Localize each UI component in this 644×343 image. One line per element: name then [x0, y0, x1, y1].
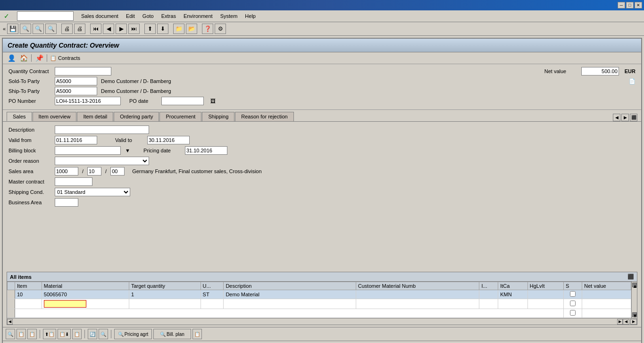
- material-input[interactable]: [44, 300, 86, 308]
- sold-to-detail-icon[interactable]: 📄: [629, 78, 636, 84]
- menu-item-edit[interactable]: Edit: [126, 13, 135, 19]
- scroll-up-btn[interactable]: ▲: [632, 283, 637, 287]
- bt-extra[interactable]: 📋: [192, 329, 202, 339]
- valid-to-input[interactable]: [147, 136, 190, 144]
- bt-nav1[interactable]: ⬆📋: [43, 329, 56, 339]
- find-button[interactable]: 🔍: [20, 24, 31, 34]
- master-contract-input[interactable]: [55, 177, 92, 186]
- menu-item-extras[interactable]: Extras: [161, 13, 176, 19]
- tab-reason-rejection[interactable]: Reason for rejection: [235, 112, 293, 121]
- nav-down-button[interactable]: ⬇: [157, 24, 168, 34]
- cell-net-value[interactable]: [582, 290, 631, 299]
- order-reason-select[interactable]: [55, 157, 149, 165]
- cell-description[interactable]: Demo Material: [224, 290, 356, 299]
- tab-nav-right[interactable]: ▶: [621, 114, 629, 121]
- cell-nv-empty[interactable]: [582, 299, 631, 309]
- sales-area-3-input[interactable]: [110, 167, 125, 176]
- help-button[interactable]: ❓: [202, 24, 213, 34]
- menu-item-system[interactable]: System: [220, 13, 238, 19]
- calendar-icon[interactable]: 🖼: [210, 98, 216, 104]
- tab-sales[interactable]: Sales: [7, 112, 32, 121]
- bt-nav2[interactable]: 📋⬇: [58, 329, 71, 339]
- bt-refresh[interactable]: 🔄: [88, 329, 97, 339]
- cell-hglvit[interactable]: [527, 290, 563, 299]
- print-button[interactable]: 🖨: [61, 24, 73, 34]
- sold-to-input[interactable]: [55, 77, 97, 85]
- tab-shipping[interactable]: Shipping: [202, 112, 234, 121]
- table-nav-right[interactable]: ▶: [630, 319, 637, 325]
- bt-search1[interactable]: 🔍: [6, 329, 15, 339]
- shipping-cond-select[interactable]: 01 Standard: [55, 188, 130, 196]
- cell-s-empty[interactable]: [563, 299, 582, 309]
- find-next-button[interactable]: 🔍: [33, 24, 44, 34]
- tab-nav-left[interactable]: ◀: [613, 114, 620, 121]
- minimize-button[interactable]: ─: [618, 2, 625, 8]
- bt-search3[interactable]: 📋: [27, 329, 37, 339]
- s-checkbox-3[interactable]: [570, 310, 576, 316]
- maximize-button[interactable]: □: [626, 2, 634, 8]
- ship-to-input[interactable]: [55, 87, 97, 95]
- folder-button[interactable]: 📁: [173, 24, 184, 34]
- tab-resize[interactable]: ⬛: [630, 114, 637, 121]
- scroll-right-btn[interactable]: ▶: [617, 319, 623, 325]
- close-button[interactable]: ✕: [635, 2, 642, 8]
- menu-item-goto[interactable]: Goto: [142, 13, 154, 19]
- s-checkbox-2[interactable]: [570, 301, 576, 306]
- cell-material-input[interactable]: [42, 299, 129, 309]
- bt-find[interactable]: 🔍: [99, 329, 108, 339]
- table-row-edit[interactable]: [8, 299, 631, 309]
- po-date-input[interactable]: [161, 97, 204, 105]
- row-selector-1[interactable]: [8, 290, 15, 299]
- pricing-agrt-button[interactable]: 🔍 Pricing agrt: [114, 329, 152, 339]
- menu-item-environment[interactable]: Environment: [184, 13, 213, 19]
- scroll-down-btn[interactable]: ▼: [632, 312, 637, 317]
- nav-next-button[interactable]: ▶: [116, 24, 127, 34]
- cell-desc-empty[interactable]: [224, 299, 356, 309]
- cell-hg-empty[interactable]: [527, 299, 563, 309]
- tab-item-overview[interactable]: Item overview: [33, 112, 77, 121]
- nav-last-button[interactable]: ⏭: [128, 24, 140, 34]
- contracts-breadcrumb[interactable]: 📋 Contracts: [50, 55, 80, 61]
- menu-item-help[interactable]: Help: [245, 13, 256, 19]
- quantity-contract-input[interactable]: [55, 67, 111, 75]
- table-row[interactable]: 10 50065670 1 ST Demo Material KMN: [8, 290, 631, 299]
- nav-first-button[interactable]: ⏮: [90, 24, 101, 34]
- scroll-left-btn[interactable]: ◀: [7, 319, 13, 325]
- title-bar-buttons[interactable]: ─ □ ✕: [618, 2, 642, 8]
- net-value-input[interactable]: [581, 67, 619, 75]
- cell-itca-empty[interactable]: [498, 299, 528, 309]
- bill-plan-button[interactable]: 🔍 Bill. plan: [153, 329, 191, 339]
- table-nav-left[interactable]: ◀: [623, 319, 629, 325]
- nav-prev-button[interactable]: ◀: [103, 24, 114, 34]
- cell-material[interactable]: 50065670: [42, 290, 129, 299]
- bt-nav3[interactable]: 📋: [72, 329, 82, 339]
- cell-target-qty[interactable]: 1: [129, 290, 201, 299]
- command-field[interactable]: [17, 11, 74, 21]
- nav-up-button[interactable]: ⬆: [144, 24, 156, 34]
- bt-search2[interactable]: 📋: [17, 329, 26, 339]
- description-input[interactable]: [55, 125, 149, 134]
- menu-item-sales-doc[interactable]: Sales document: [81, 13, 118, 19]
- cell-itca[interactable]: KMN: [498, 290, 528, 299]
- cell-s[interactable]: [563, 290, 582, 299]
- cell-cust-mat[interactable]: [356, 290, 479, 299]
- cell-unit[interactable]: ST: [201, 290, 224, 299]
- cancel-button[interactable]: 🔍: [45, 24, 57, 34]
- row-selector-2[interactable]: [8, 299, 15, 309]
- back-btn[interactable]: «: [3, 26, 6, 32]
- sales-area-1-input[interactable]: [55, 167, 78, 176]
- tab-ordering-party[interactable]: Ordering party: [114, 112, 159, 121]
- cell-cust-empty[interactable]: [356, 299, 479, 309]
- po-number-input[interactable]: [55, 97, 121, 105]
- customize-button[interactable]: ⚙: [215, 24, 226, 34]
- table-settings-icon[interactable]: ⬛: [627, 274, 634, 280]
- tab-procurement[interactable]: Procurement: [159, 112, 201, 121]
- business-area-input[interactable]: [55, 198, 78, 207]
- save-button[interactable]: 💾: [7, 24, 18, 34]
- cell-unit-empty[interactable]: [201, 299, 224, 309]
- valid-from-input[interactable]: [55, 136, 97, 144]
- pricing-date-input[interactable]: [185, 146, 227, 155]
- s-checkbox[interactable]: [570, 291, 576, 297]
- folder2-button[interactable]: 📂: [186, 24, 197, 34]
- billing-block-input[interactable]: [55, 146, 121, 155]
